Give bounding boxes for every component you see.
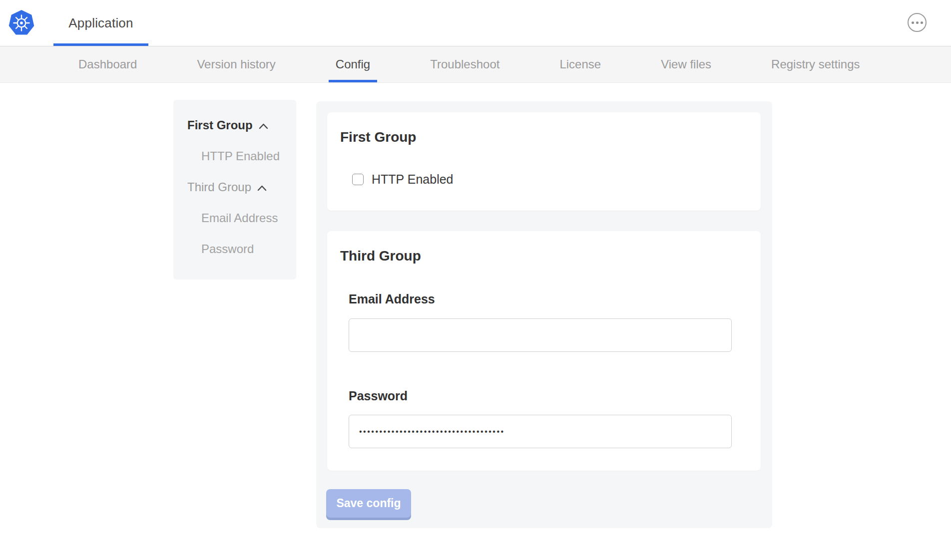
app-tab-label: Application (68, 15, 133, 31)
sidebar-group-third-group[interactable]: Third Group (187, 180, 296, 195)
nav-tab-registry-settings[interactable]: Registry settings (764, 46, 867, 82)
email-address-input[interactable] (349, 318, 732, 352)
sidebar-item-http-enabled[interactable]: HTTP Enabled (187, 149, 296, 164)
chevron-up-icon (257, 185, 267, 191)
http-enabled-field: HTTP Enabled (352, 172, 454, 187)
secondary-nav: Dashboard Version history Config Trouble… (0, 46, 951, 83)
config-sidebar: First Group HTTP Enabled Third Group Ema… (173, 100, 296, 280)
kubernetes-logo-icon (8, 9, 34, 36)
nav-tab-license[interactable]: License (552, 46, 608, 82)
sidebar-item-email-address[interactable]: Email Address (187, 211, 296, 226)
password-input[interactable] (349, 415, 732, 448)
sidebar-group-label: First Group (187, 118, 253, 132)
nav-tab-view-files[interactable]: View files (654, 46, 718, 82)
tab-application[interactable]: Application (53, 0, 148, 46)
nav-tab-version-history[interactable]: Version history (190, 46, 282, 82)
sidebar-item-password[interactable]: Password (187, 242, 296, 257)
overflow-menu-button[interactable] (908, 13, 927, 32)
email-address-label: Email Address (349, 292, 435, 306)
config-content-panel: First Group HTTP Enabled Third Group Ema… (316, 101, 772, 528)
nav-tab-dashboard[interactable]: Dashboard (71, 46, 144, 82)
ellipsis-icon (912, 21, 914, 24)
save-config-button[interactable]: Save config (326, 489, 411, 518)
chevron-up-icon (259, 123, 268, 129)
http-enabled-checkbox[interactable] (352, 174, 364, 185)
sidebar-item-label: HTTP Enabled (201, 149, 280, 163)
sidebar-item-label: Email Address (201, 211, 278, 225)
http-enabled-label[interactable]: HTTP Enabled (372, 172, 454, 187)
nav-tab-config[interactable]: Config (329, 46, 377, 82)
sidebar-group-first-group[interactable]: First Group (187, 118, 296, 133)
kots-admin-config-page: Application Dashboard Version history Co… (0, 0, 951, 560)
app-header: Application (0, 0, 951, 46)
nav-tab-troubleshoot[interactable]: Troubleshoot (423, 46, 506, 82)
group-title: Third Group (340, 248, 421, 264)
config-group-card-first-group: First Group HTTP Enabled (327, 112, 761, 211)
password-label: Password (349, 389, 408, 403)
sidebar-item-label: Password (201, 242, 254, 256)
config-group-card-third-group: Third Group Email Address Password (327, 231, 761, 471)
group-title: First Group (340, 129, 416, 145)
sidebar-group-label: Third Group (187, 180, 251, 194)
